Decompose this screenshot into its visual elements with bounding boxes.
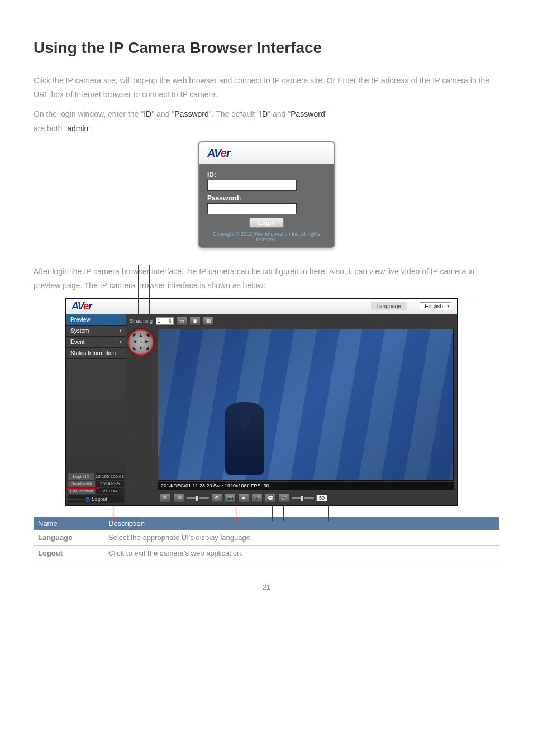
zoom-out-button[interactable]: 🔎	[173, 494, 184, 503]
callout-line	[236, 505, 236, 521]
login-button[interactable]: Login	[249, 218, 284, 228]
password-input[interactable]	[207, 203, 297, 214]
ptz-down-right-icon[interactable]: ◢	[144, 346, 150, 352]
login-header: AVer	[199, 142, 334, 164]
video-preview	[158, 329, 454, 481]
text: " and "	[151, 109, 174, 118]
callout-line	[65, 494, 99, 494]
text: " and "	[268, 109, 291, 118]
copyright-text: Copyright © 2012 AVer Information Inc. A…	[199, 231, 334, 243]
expand-icon: +	[119, 339, 122, 345]
callout-line	[138, 265, 139, 320]
id-input[interactable]	[207, 180, 297, 191]
text: ID	[260, 109, 268, 118]
ptz-right-icon[interactable]: ▶	[144, 339, 150, 345]
language-label: Language	[371, 302, 407, 310]
volume-slider[interactable]	[292, 497, 314, 499]
table-cell-name: Language	[34, 530, 104, 546]
sidebar-item-label: Status Information	[70, 350, 116, 356]
callout-line	[272, 505, 273, 521]
ptz-left-icon[interactable]: ◀	[131, 339, 137, 345]
ptz-up-left-icon[interactable]: ◤	[131, 333, 137, 339]
main-panel: Streaming 1 ▭ ▣ ▦ ◤▲◥ ◀⌂▶ ◣▼◢	[126, 314, 457, 505]
ptz-down-left-icon[interactable]: ◣	[131, 346, 137, 352]
page-number: 21	[34, 583, 499, 591]
sidebar-item-event[interactable]: Event+	[66, 337, 126, 348]
brand-logo: AVer	[207, 147, 230, 159]
ptz-down-icon[interactable]: ▼	[137, 346, 144, 352]
text: ".	[88, 124, 93, 133]
text: Password	[174, 109, 208, 118]
login-id-value: 10.100.200.68	[96, 473, 124, 480]
zoom-in-button[interactable]: 🔍	[160, 494, 171, 503]
sidebar-item-label: System	[70, 328, 89, 334]
text: ID	[144, 109, 151, 118]
aspect-original-button[interactable]: ▭	[176, 317, 187, 326]
table-cell-description: Click to exit the camera's web applicati…	[104, 546, 499, 561]
toolbar-bottom: 🔍 🔎 ⟲ 📷 ● 🎤 💬 🔊 50	[158, 493, 454, 503]
ptz-control[interactable]: ◤▲◥ ◀⌂▶ ◣▼◢	[127, 329, 154, 356]
zoom-reset-button[interactable]: ⟲	[211, 494, 222, 503]
ptz-home-icon[interactable]: ⌂	[137, 339, 144, 345]
record-button[interactable]: ●	[238, 494, 249, 503]
intro-paragraph-1: Click the IP camera site, will pop-up th…	[34, 74, 499, 102]
sidebar-item-preview[interactable]: Preview	[66, 314, 126, 326]
description-table: Name Description Language Select the app…	[34, 517, 499, 561]
callout-line	[65, 499, 99, 500]
callout-line	[149, 265, 150, 337]
ui-screenshot: AVer Language English Preview System+ Ev…	[65, 298, 468, 506]
page-title: Using the IP Camera Browser Interface	[34, 39, 499, 57]
brand-logo: AVer	[72, 300, 92, 312]
callout-line	[328, 505, 329, 521]
table-cell-name: Logout	[34, 546, 104, 561]
speaker-button[interactable]: 🔊	[278, 494, 289, 503]
text: admin	[67, 124, 88, 133]
table-row: Logout Click to exit the camera's web ap…	[34, 546, 499, 561]
sidebar-item-label: Event	[70, 339, 85, 345]
fw-version-value: V1.0.44	[96, 488, 124, 494]
callout-line	[113, 505, 113, 521]
sidebar-item-label: Preview	[70, 317, 91, 323]
text: On the login window, enter the "	[34, 109, 144, 118]
talk-button[interactable]: 💬	[265, 494, 276, 503]
callout-line	[283, 505, 284, 521]
table-header-description: Description	[104, 517, 499, 530]
language-select[interactable]: English	[420, 302, 451, 310]
toolbar-top: Streaming 1 ▭ ▣ ▦	[126, 314, 457, 328]
callout-line	[250, 505, 250, 521]
sidebar-item-system[interactable]: System+	[66, 326, 126, 337]
table-row: Language Select the appropriate UI's dis…	[34, 530, 499, 546]
ptz-up-icon[interactable]: ▲	[137, 333, 144, 339]
mic-button[interactable]: 🎤	[251, 494, 263, 503]
intro-paragraph-2: On the login window, enter the "ID" and …	[34, 107, 499, 135]
password-label: Password:	[207, 194, 326, 202]
table-header-name: Name	[34, 517, 104, 530]
header-bar: AVer Language English	[66, 299, 457, 314]
video-info-bar: 2014/DEC/01 11:23:20 Size:1920x1080 FPS:…	[158, 482, 454, 490]
text: "	[325, 109, 328, 118]
sidebar-item-status-information[interactable]: Status Information	[66, 348, 126, 359]
sidebar: Preview System+ Event+ Status Informatio…	[66, 314, 126, 505]
after-login-paragraph: After login the IP camera browser interf…	[34, 265, 499, 293]
text: are both "	[34, 124, 67, 133]
expand-icon: +	[119, 328, 122, 334]
id-label: ID:	[207, 171, 326, 179]
text: ". The default "	[209, 109, 260, 118]
callout-line	[451, 303, 473, 303]
streaming-spinner[interactable]: 1	[156, 317, 174, 325]
callout-line	[65, 488, 99, 489]
snapshot-button[interactable]: 📷	[225, 494, 236, 503]
login-id-label: Login ID	[68, 473, 94, 480]
bandwidth-label: Bandwidth	[68, 481, 95, 487]
callout-line	[99, 319, 99, 364]
zoom-slider[interactable]	[187, 497, 209, 499]
volume-value: 50	[316, 495, 327, 501]
table-cell-description: Select the appropriate UI's display lang…	[104, 530, 499, 546]
login-dialog: AVer ID: Password: Login Copyright © 201…	[198, 141, 335, 248]
aspect-fit-button[interactable]: ▣	[189, 317, 201, 326]
callout-line	[261, 505, 261, 521]
aspect-full-button[interactable]: ▦	[203, 317, 214, 326]
text: Password	[291, 109, 325, 118]
bandwidth-value: 3994 Kb/s	[96, 481, 124, 487]
